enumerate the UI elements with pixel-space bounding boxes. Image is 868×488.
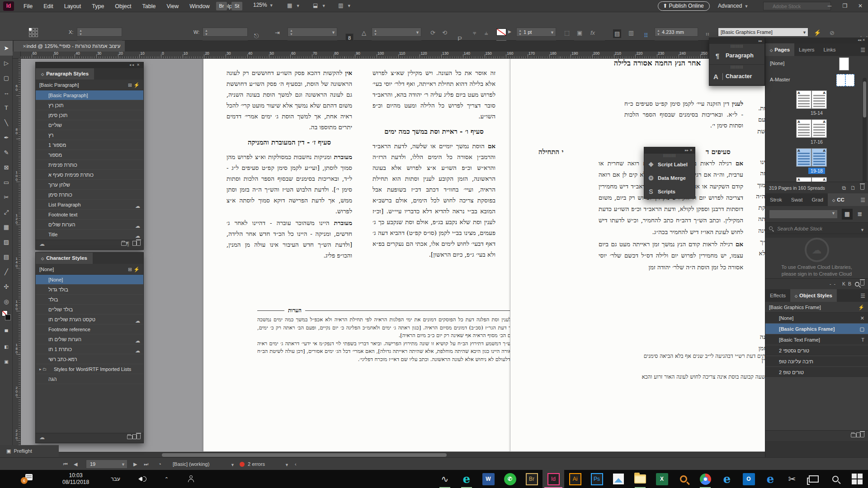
paragraph-styles-tab[interactable]: ◇Paragraph Styles [36, 68, 94, 80]
paragraph-style-item[interactable]: מספור 1 [36, 140, 143, 150]
taskbar-app-indesign[interactable]: Id [542, 470, 564, 488]
paragraph-style-item[interactable]: תוכן רץ [36, 100, 143, 110]
gradient-feather-tool-icon[interactable]: ▨ [0, 235, 13, 249]
vertical-ruler[interactable]: 6 08 01 0 01 2 01 4 01 6 01 8 02 0 02 2 … [13, 59, 21, 457]
new-group-icon[interactable] [121, 242, 127, 246]
taskbar-app-start[interactable] [846, 470, 868, 488]
horizontal-scrollbar[interactable] [13, 452, 765, 457]
error-dropdown[interactable]: ▼ [283, 459, 289, 471]
ruler-origin-corner[interactable] [13, 52, 21, 59]
preflight-profile-label[interactable]: [Basic] (working) [173, 458, 209, 470]
cc-sync-icon[interactable]: ☁ [39, 241, 45, 247]
collapse-dock-icon[interactable]: ◂◂ ✕ [858, 38, 865, 42]
page-number-field[interactable]: 19▼ [86, 460, 127, 469]
edit-page-size-icon[interactable]: ⧉ [842, 185, 850, 191]
taskbar-app-search-orange[interactable] [673, 470, 694, 488]
folder-expand-icon[interactable]: ▸ 🗀 [39, 364, 47, 374]
selection-tool-icon[interactable]: ➤ [0, 41, 13, 56]
panel-controls[interactable]: ▸▸ ✕ [685, 148, 693, 152]
object-style-item[interactable]: טורים טופ 2 [765, 367, 868, 378]
frame-fitting-icon[interactable]: ⬚ [564, 29, 570, 36]
character-style-item[interactable]: רמא-כתב רשי [36, 354, 143, 364]
delete-style-icon[interactable] [860, 432, 864, 437]
character-style-item[interactable]: כותרת 1 תו☁ [36, 344, 143, 354]
workspace-switcher[interactable]: Advanced▼ [718, 3, 748, 9]
w-input[interactable]: ▲▼ [203, 28, 248, 37]
scrollbar-thumb[interactable] [162, 453, 447, 457]
new-style-icon[interactable] [132, 434, 137, 439]
stroke-weight-field[interactable]: ▲▼ 1 pt▼ [516, 28, 556, 37]
script-panel-item-script-label[interactable]: ❖Script Label [644, 158, 695, 171]
gap-tool-icon[interactable]: ↔ [0, 85, 13, 100]
paragraph-style-item[interactable]: רץ [36, 130, 143, 140]
panel-menu-icon[interactable]: ☰ [860, 47, 865, 53]
style-options-icon[interactable]: ⚡ [814, 29, 821, 36]
scroll-left-arrow[interactable]: ‹ [295, 458, 297, 470]
script-panel-item-scripts[interactable]: SScripts [644, 185, 695, 198]
delete-style-icon[interactable] [137, 241, 141, 246]
select-container-icon[interactable]: ⫧ [473, 29, 476, 37]
character-style-item[interactable]: הערות שולים תו☁ [36, 334, 143, 344]
grid-view-button[interactable]: ▦ [842, 209, 853, 220]
taskbar-app-chrome[interactable] [694, 470, 716, 488]
volume-icon[interactable] [138, 476, 146, 482]
menu-type[interactable]: Type [86, 3, 109, 9]
wrap-none-icon[interactable]: ▤ [613, 29, 621, 38]
paragraph-style-item[interactable]: שוליים [36, 120, 143, 130]
bridge-button[interactable]: Br [216, 2, 227, 10]
eyedropper-tool-icon[interactable]: ╱ [0, 264, 13, 279]
current-paragraph-style[interactable]: [Basic Paragraph]⊞ ⚡ [36, 80, 143, 90]
taskbar-app-edge[interactable]: e [760, 470, 781, 488]
rotate-ccw-icon[interactable]: ⟲ [442, 29, 447, 36]
adobe-stock-search-input[interactable] [763, 2, 831, 10]
pen-tool-icon[interactable]: ✒ [0, 130, 13, 145]
paragraph-style-item[interactable]: List Paragraph☁ [36, 200, 143, 210]
character-style-item[interactable]: Styles for Word/RTF Imported Lists▸ 🗀 [36, 364, 143, 374]
quick-apply-icon[interactable]: ⊞ ⚡ [128, 264, 140, 275]
new-group-icon[interactable] [127, 435, 132, 439]
expand-dock-icon[interactable]: ▸▸ [759, 39, 762, 43]
line-tool-icon[interactable]: ╲ [0, 115, 13, 130]
object-styles-tab-effects[interactable]: Effects [765, 289, 790, 302]
paragraph-style-item[interactable]: כותרת פנימית [36, 160, 143, 170]
clear-overrides-icon[interactable]: ⊘ [830, 29, 835, 36]
hand-tool-icon[interactable]: ✣ [0, 279, 13, 294]
show-hidden-icons-chevron[interactable]: ⌃ [165, 476, 169, 482]
object-style-item[interactable]: [Basic Graphics Frame]▢ [765, 324, 868, 334]
cc-sync-icon[interactable]: ☁ [39, 434, 45, 441]
cc-search-row[interactable]: Search Adobe Stock ▼ [765, 222, 868, 234]
taskbar-app-monitor-app[interactable]: ∿ [434, 470, 456, 488]
pages-tab-layers[interactable]: Layers [794, 43, 819, 56]
collapsed-panel-paragraph[interactable]: ||||||||||¶Paragraph [709, 44, 764, 65]
first-page-button[interactable]: ⏮ [63, 458, 68, 470]
previous-page-button[interactable]: ◀ [74, 458, 77, 470]
pencil-tool-icon[interactable]: ✎ [0, 145, 13, 160]
fill-stroke-swatches[interactable] [0, 309, 13, 324]
taskbar-app-bridge[interactable]: Br [521, 470, 542, 488]
paragraph-style-item[interactable]: כותרת פנימית סעיף א [36, 170, 143, 180]
direct-selection-tool-icon[interactable]: ▷ [0, 56, 13, 70]
current-character-style[interactable]: [None]⊞ ⚡ [36, 264, 143, 275]
taskbar-app-browser-teal[interactable]: e [456, 470, 477, 488]
character-style-item[interactable]: טקסט הערת שוליים תו☁ [36, 314, 143, 324]
object-style-item[interactable]: תיבה עליונה טופ [765, 356, 868, 367]
menu-layout[interactable]: Layout [59, 3, 87, 9]
zoom-level-dropdown[interactable]: 125%▼ [253, 2, 274, 8]
taskbar-clock[interactable]: 10:03 08/11/2018 [62, 472, 89, 486]
constrain-proportions-icon[interactable]: ⎋ [254, 33, 259, 40]
spread-15-14[interactable]: AA15-14 [765, 89, 868, 118]
taskbar-app-photoshop[interactable]: Ps [586, 470, 608, 488]
document-tab[interactable]: עיצוב אמהות טהורות - סופי*.indd @ 125%✕ [14, 41, 125, 52]
panel-menu-icon[interactable]: ☰ [860, 293, 865, 299]
paragraph-style-item[interactable]: [Basic Paragraph] [36, 90, 143, 100]
spread-19-18[interactable]: AA19-18 [765, 147, 868, 176]
character-styles-tab[interactable]: ◇Character Styles [36, 253, 93, 264]
frame-tool-icon[interactable]: ⊠ [0, 160, 13, 175]
taskbar-app-file-explorer[interactable] [629, 470, 651, 488]
character-style-item[interactable]: בולד גדול [36, 285, 143, 295]
paragraph-style-item[interactable]: תוכן סימן [36, 110, 143, 120]
preflight-panel-tab[interactable]: ▣Preflight [0, 445, 59, 457]
last-page-button[interactable]: ⏭ [144, 458, 148, 470]
taskbar-app-internet-explorer[interactable]: e [716, 470, 738, 488]
view-options-icon[interactable]: ▦ ▼ [287, 2, 300, 9]
